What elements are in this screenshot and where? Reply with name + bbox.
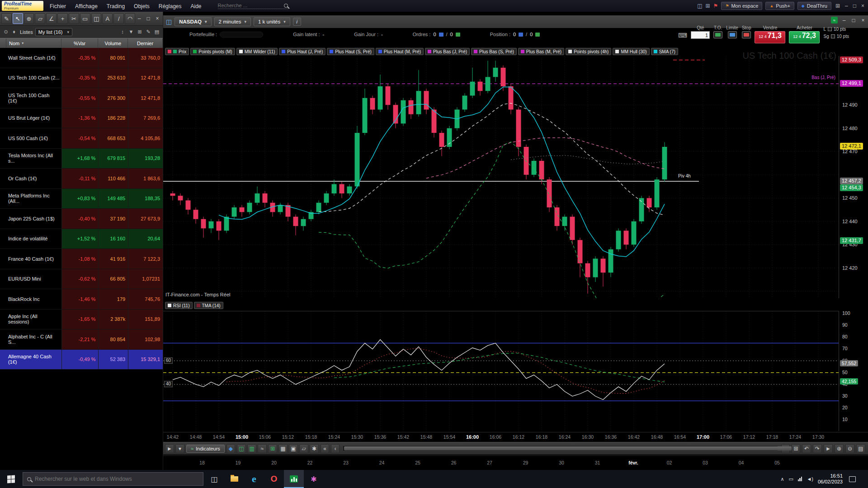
- menu-objets[interactable]: Objets: [129, 3, 154, 9]
- indicator-chip-plus-haut-j-pr[interactable]: Plus Haut (J, Pré): [279, 48, 326, 55]
- taskbar-search[interactable]: [23, 472, 203, 486]
- move-tool[interactable]: +: [57, 13, 68, 24]
- stop-order-icon[interactable]: [742, 31, 751, 38]
- price-chart[interactable]: [163, 56, 839, 298]
- panel-maximize-icon[interactable]: □: [145, 15, 151, 22]
- layout-icon[interactable]: ▦: [278, 444, 288, 453]
- indicator-chip-sma-7[interactable]: SMA (7): [651, 48, 678, 55]
- menu-r-glages[interactable]: Réglages: [154, 3, 186, 9]
- close-icon[interactable]: ×: [860, 3, 865, 9]
- chevron-up-icon[interactable]: ∧: [780, 476, 784, 482]
- close-icon[interactable]: ×: [860, 17, 866, 23]
- scroll-back-button[interactable]: ‹: [331, 444, 340, 453]
- sell-button[interactable]: 12 4 71,3: [755, 31, 785, 43]
- watchlist-row-japon-225-cash-1[interactable]: Japon 225 Cash (1$)-0,40 %37 19027 673,9: [0, 209, 163, 229]
- limit-checkbox[interactable]: [828, 27, 832, 31]
- column-header-var[interactable]: %Var: [61, 38, 99, 48]
- trendline-tool[interactable]: /: [113, 13, 124, 24]
- watchlist-row-alphabet-inc-c-all-s[interactable]: Alphabet Inc - C (All S...-2,21 %80 8541…: [0, 329, 163, 350]
- zoom-tool[interactable]: ⊕: [24, 13, 34, 24]
- indicator-chip-points-pivots-m[interactable]: Points pivots (M): [190, 48, 235, 55]
- pointer-mode-icon[interactable]: ►: [165, 444, 174, 453]
- grid-icon[interactable]: ⊞: [268, 444, 277, 453]
- indicator-chip-points-pivots-4h[interactable]: Points pivots (4h): [566, 48, 611, 55]
- share-icon[interactable]: ◆: [226, 444, 235, 453]
- print-icon[interactable]: ▤: [856, 444, 865, 453]
- arc-tool[interactable]: ◠: [125, 13, 135, 24]
- search-icon[interactable]: [284, 4, 288, 8]
- pointer-dropdown-icon[interactable]: ▾: [175, 444, 184, 453]
- detach-icon[interactable]: ▱: [299, 444, 308, 453]
- maximize-icon[interactable]: □: [852, 3, 857, 9]
- eraser-tool[interactable]: ▱: [35, 13, 45, 24]
- keyboard-icon[interactable]: ⌨: [678, 32, 687, 39]
- indicator-chip-rsi-11[interactable]: RSI (11): [165, 302, 193, 309]
- watchlist-row-france-40-cash-1[interactable]: France 40 Cash (1€)-1,08 %41 9167 122,3: [0, 249, 163, 269]
- price-axis[interactable]: 12 49012 48012 47012 45012 44012 43012 4…: [839, 56, 868, 298]
- chart-type-candles-icon[interactable]: ◫: [237, 444, 246, 453]
- watchlist-row-blackrock-inc[interactable]: BlackRock Inc-1,46 %179745,76: [0, 289, 163, 310]
- angle-tool[interactable]: ∠: [46, 13, 57, 24]
- chart-scrollbar[interactable]: [343, 446, 778, 451]
- turbo-order-icon[interactable]: [713, 31, 722, 38]
- indicator-chip-plus-haut-m-pr[interactable]: Plus Haut (M, Pré): [376, 48, 424, 55]
- link-icon[interactable]: ⊙: [2, 29, 9, 35]
- filter-icon[interactable]: ▼: [127, 29, 135, 35]
- timeframe-selector[interactable]: 2 minutes ▾: [214, 17, 251, 26]
- indicator-chip-mm-hull-30[interactable]: MM Hull (30): [613, 48, 649, 55]
- indicator-chip-mm-wilder-11[interactable]: MM Wilder (11): [236, 48, 278, 55]
- watchlist-row-allemagne-40-cash-1[interactable]: Allemagne 40 Cash (1€)-0,49 %52 38315 32…: [0, 350, 163, 370]
- orders-settings-icon[interactable]: [456, 33, 460, 37]
- zoom-in-icon[interactable]: ⊕: [835, 444, 844, 453]
- edit-list-icon[interactable]: ✎: [145, 29, 152, 35]
- dual-screen-icon[interactable]: ⊞: [706, 3, 710, 9]
- info-icon[interactable]: i: [293, 18, 301, 26]
- opera-button[interactable]: O: [264, 470, 284, 488]
- watchlist-row-us-tech-100-cash-1[interactable]: US Tech 100 Cash (1€)-0,55 %276 30012 47…: [0, 88, 163, 108]
- media-app-button[interactable]: ✱: [304, 470, 324, 488]
- limit-order-icon[interactable]: [728, 31, 737, 38]
- qty-input[interactable]: [691, 31, 710, 39]
- watchlist-row-eur-usd-mini[interactable]: EUR/USD Mini-0,62 %66 8051,07231: [0, 269, 163, 290]
- minimize-icon[interactable]: –: [841, 17, 847, 23]
- panel-close-icon[interactable]: ×: [154, 15, 160, 22]
- alert-icon[interactable]: ♦: [10, 29, 18, 35]
- indicator-chip-tma-14[interactable]: TMA (14): [194, 302, 223, 309]
- column-header-dernier[interactable]: Dernier: [128, 38, 163, 48]
- chart-type-bars-icon[interactable]: ▥: [247, 444, 256, 453]
- orders-list-icon[interactable]: [439, 33, 443, 37]
- position-settings-icon[interactable]: [535, 33, 540, 37]
- list-selector[interactable]: My list (16) ▾: [35, 28, 72, 36]
- action-center-icon[interactable]: [849, 476, 856, 482]
- rsi-chart[interactable]: [163, 311, 839, 431]
- undo-icon[interactable]: ↶: [802, 444, 811, 453]
- scroll-fast-back-button[interactable]: «: [321, 444, 329, 453]
- snapshot-icon[interactable]: ▣: [289, 444, 298, 453]
- search-input[interactable]: [218, 3, 281, 8]
- watchlist-row-us-brut-l-ger-1[interactable]: US Brut Léger (1€)-1,36 %186 2287 269,6: [0, 108, 163, 129]
- indicator-chip-plus-bas-m-pr[interactable]: Plus Bas (M, Pré): [518, 48, 564, 55]
- watchlist-row-or-cash-1[interactable]: Or Cash (1€)-0,11 %110 4661 863,6: [0, 169, 163, 189]
- indicators-button[interactable]: ≈ Indicateurs: [186, 445, 225, 453]
- delete-tool[interactable]: ▭: [80, 13, 90, 24]
- units-selector[interactable]: 1 k unités ▾: [254, 17, 290, 26]
- prorealtime-button[interactable]: [284, 470, 304, 488]
- scrollbar-thumb[interactable]: [344, 446, 792, 450]
- flag-icon[interactable]: ⚑: [713, 3, 718, 9]
- task-view-button[interactable]: ◫: [204, 470, 224, 488]
- dealthru-button[interactable]: ◆DealThru: [797, 2, 831, 10]
- calendar-icon[interactable]: ⊞: [792, 444, 800, 453]
- buy-button[interactable]: 12 4 72,3: [789, 31, 820, 43]
- menu-aide[interactable]: Aide: [186, 3, 206, 9]
- print-list-icon[interactable]: ▤: [153, 29, 160, 35]
- cut-tool[interactable]: ✂: [69, 13, 79, 24]
- start-button[interactable]: [0, 470, 22, 488]
- column-header-volume[interactable]: Volume: [98, 38, 128, 48]
- indicator-chip-plus-bas-j-pr[interactable]: Plus Bas (J, Pré): [425, 48, 470, 55]
- network-icon[interactable]: [798, 477, 802, 481]
- position-list-icon[interactable]: [519, 33, 523, 37]
- panel-minimize-icon[interactable]: –: [136, 15, 142, 22]
- menu-fichier[interactable]: Fichier: [45, 3, 71, 9]
- zoom-out-icon[interactable]: ⊖: [845, 444, 854, 453]
- watchlist-row-us-tech-100-cash-2[interactable]: US Tech 100 Cash (2...-0,35 %253 61012 4…: [0, 68, 163, 89]
